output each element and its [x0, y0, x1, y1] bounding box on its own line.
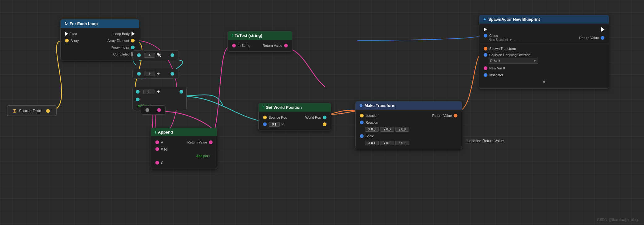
get-world-pos-out-pin2[interactable]: [323, 122, 326, 126]
mod-out-pin[interactable]: [171, 53, 174, 57]
to-text-in-label: In String: [238, 44, 250, 47]
spawn-actor-title: SpawnActor New Blueprint: [488, 17, 540, 22]
collision-dropdown[interactable]: Default ▼: [489, 58, 538, 64]
to-text-header: f ToText (string): [228, 31, 292, 40]
append-addpin-row: Add pin +: [151, 152, 217, 159]
spawn-exec-row: [479, 26, 609, 33]
div-symbol: ÷: [157, 71, 160, 77]
array-index-pin[interactable]: [131, 46, 135, 49]
completed-row: Completed: [61, 51, 139, 58]
div-in-pin1[interactable]: [137, 72, 141, 76]
scale-z-input[interactable]: Z 0.1: [395, 141, 409, 145]
array-element-pin[interactable]: [131, 39, 135, 42]
spawn-transform-label: Spawn Transform: [489, 47, 516, 51]
new-var-pin[interactable]: [484, 66, 487, 70]
loop-icon: ↻: [64, 21, 68, 26]
collision-value: Default: [490, 59, 500, 63]
scale-y-input[interactable]: Y 0.1: [380, 141, 394, 145]
scale-in-pin[interactable]: [360, 134, 364, 138]
rotation-label-row: Rotation: [356, 119, 462, 126]
to-text-title: ToText (string): [235, 33, 262, 38]
world-pos-pin[interactable]: [323, 116, 326, 119]
transform-return-label: Return Value: [432, 114, 452, 117]
add-input[interactable]: 1: [143, 90, 154, 94]
append-a-row: A Return Value: [151, 139, 217, 146]
arrow-icon: ▼: [509, 38, 512, 42]
location-in-pin[interactable]: [360, 114, 364, 117]
mod-node: 4 %: [132, 50, 179, 60]
add-in-pin2[interactable]: [136, 98, 140, 101]
expand-row: ▼: [479, 78, 609, 86]
world-pos-label: World Pos: [305, 116, 321, 119]
spawn-actor-node: ✦ SpawnActor New Blueprint Class New Blu…: [479, 15, 609, 89]
to-text-node: f ToText (string) In String Return Value: [227, 31, 292, 52]
make-transform-header: ⊕ Make Transform: [356, 101, 462, 110]
class-pin[interactable]: [484, 34, 487, 38]
instigator-row: Instigator: [479, 72, 609, 78]
mod-input[interactable]: 4: [144, 53, 155, 58]
append-add-pin-button[interactable]: Add pin +: [193, 153, 214, 158]
rot-z-input[interactable]: Z 0.0: [395, 127, 409, 132]
exec-in-pin[interactable]: [65, 32, 68, 36]
source-data-label: Source Data: [19, 108, 41, 113]
append-c-row: C: [151, 159, 217, 166]
transform-return-pin[interactable]: [454, 114, 457, 117]
loop-body-pin[interactable]: [132, 32, 135, 36]
spawn-return-pin[interactable]: [601, 36, 604, 40]
exec-row: Exec Loop Body: [61, 30, 139, 37]
spawn-exec-out-pin[interactable]: [601, 27, 604, 32]
add-in-pin1[interactable]: [136, 90, 140, 94]
get-world-pos-input[interactable]: 0.1: [269, 122, 280, 127]
watermark: CSDN @tianxiaojie_blog: [597, 218, 638, 222]
expand-icon[interactable]: ▼: [542, 79, 547, 85]
location-return-value-label: Location Return Value: [467, 139, 504, 143]
to-text-func-icon: f: [231, 33, 233, 38]
array-index-row: Array Index: [61, 44, 139, 51]
div-input[interactable]: 4: [144, 72, 155, 76]
forward-icon: →: [518, 38, 521, 42]
to-text-out-label: Return Value: [263, 44, 282, 47]
spawn-transform-pin[interactable]: [484, 47, 487, 51]
get-world-pos-title: Get World Position: [266, 105, 302, 110]
to-text-out-pin[interactable]: [284, 44, 288, 47]
append-b-pin[interactable]: [155, 147, 159, 151]
return-value-label: Return Value: [579, 36, 599, 40]
rot-y-input[interactable]: Y 0.0: [380, 127, 394, 132]
div-out-pin[interactable]: [171, 72, 174, 76]
connector-out-pin[interactable]: [157, 108, 161, 112]
new-var-row: New Var 0: [479, 65, 609, 72]
x-icon: ✕: [281, 122, 284, 126]
scale-values-row: X 0.1 Y 0.1 Z 0.1: [356, 139, 462, 146]
spawn-exec-in-pin[interactable]: [484, 27, 487, 32]
collision-pin[interactable]: [484, 53, 487, 57]
location-label: Location: [365, 114, 378, 117]
to-text-in-pin[interactable]: [232, 44, 236, 47]
append-c-pin[interactable]: [155, 161, 159, 165]
sounce-pos-pin[interactable]: [263, 116, 267, 119]
add-out-pin[interactable]: [179, 90, 183, 94]
to-text-row: In String Return Value: [228, 42, 292, 49]
append-title: Append: [158, 130, 173, 135]
rot-x-input[interactable]: X 0.0: [365, 127, 379, 132]
div-node: 4 ÷: [132, 69, 179, 79]
scale-x-input[interactable]: X 0.1: [365, 141, 379, 145]
back-icon: ←: [513, 38, 516, 42]
rotation-values-row: X 0.0 Y 0.0 Z 0.0: [356, 126, 462, 133]
instigator-pin[interactable]: [484, 73, 487, 77]
append-a-pin[interactable]: [155, 140, 159, 144]
connector-in-pin[interactable]: [145, 108, 149, 112]
spawn-icon: ✦: [483, 17, 486, 22]
append-func-icon: f: [155, 130, 156, 135]
mod-symbol: %: [157, 52, 161, 58]
array-in-pin[interactable]: [65, 39, 69, 42]
connector-node: [141, 105, 166, 115]
source-data-output-pin[interactable]: [46, 109, 50, 113]
spawn-transform-row: Spawn Transform: [479, 45, 609, 52]
append-return-pin[interactable]: [209, 140, 213, 144]
class-label: Class: [489, 34, 498, 38]
sounce-pos-label: Sounce Pos: [269, 116, 287, 119]
scale-label-row: Scale: [356, 133, 462, 139]
get-world-pos-in-pin2[interactable]: [263, 122, 267, 126]
mod-in-pin1[interactable]: [137, 53, 141, 57]
rotation-in-pin[interactable]: [360, 121, 364, 124]
